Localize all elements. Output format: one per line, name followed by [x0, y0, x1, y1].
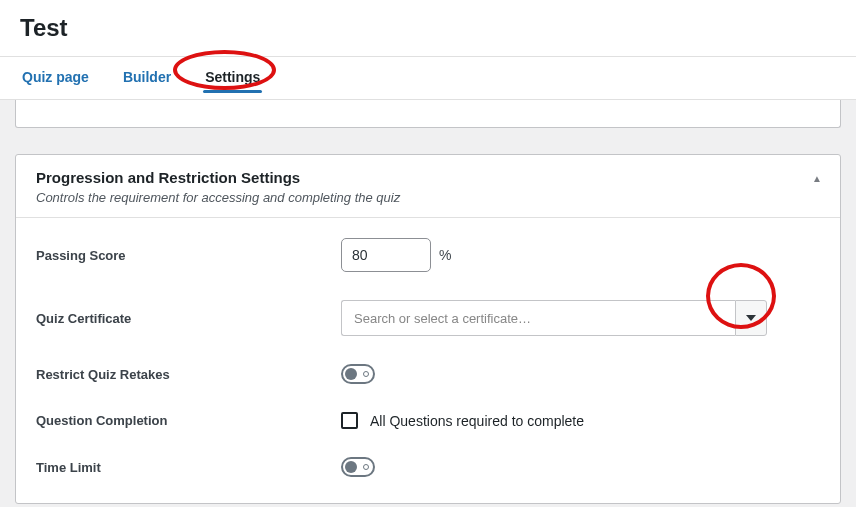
percent-sign: % [439, 247, 451, 263]
question-completion-checkbox-wrap: All Questions required to complete [341, 412, 584, 429]
field-time-limit: Time Limit [36, 457, 820, 477]
time-limit-toggle[interactable] [341, 457, 375, 477]
question-completion-checkbox-label: All Questions required to complete [370, 413, 584, 429]
passing-score-input[interactable] [341, 238, 431, 272]
tab-builder[interactable]: Builder [121, 57, 173, 99]
toggle-knob [345, 368, 357, 380]
tab-quiz-page[interactable]: Quiz page [20, 57, 91, 99]
certificate-dropdown-button[interactable] [735, 300, 767, 336]
toggle-knob [345, 461, 357, 473]
passing-score-label: Passing Score [36, 248, 341, 263]
certificate-label: Quiz Certificate [36, 311, 341, 326]
question-completion-label: Question Completion [36, 413, 341, 428]
field-passing-score: Passing Score % [36, 238, 820, 272]
panel-body: Passing Score % Quiz Certificate Search … [16, 218, 840, 503]
panel-header[interactable]: Progression and Restriction Settings Con… [16, 155, 840, 218]
restrict-retakes-label: Restrict Quiz Retakes [36, 367, 341, 382]
progression-panel: Progression and Restriction Settings Con… [15, 154, 841, 504]
toggle-dot [363, 371, 369, 377]
panel-fragment-above [15, 100, 841, 128]
question-completion-checkbox[interactable] [341, 412, 358, 429]
panel-title: Progression and Restriction Settings [36, 169, 820, 186]
restrict-retakes-toggle[interactable] [341, 364, 375, 384]
panel-subtitle: Controls the requirement for accessing a… [36, 190, 820, 205]
field-restrict-retakes: Restrict Quiz Retakes [36, 364, 820, 384]
time-limit-label: Time Limit [36, 460, 341, 475]
content: Progression and Restriction Settings Con… [0, 100, 856, 504]
field-certificate: Quiz Certificate Search or select a cert… [36, 300, 820, 336]
page-title: Test [20, 14, 836, 42]
toggle-dot [363, 464, 369, 470]
field-question-completion: Question Completion All Questions requir… [36, 412, 820, 429]
tab-settings[interactable]: Settings [203, 57, 262, 99]
chevron-down-icon [746, 315, 756, 321]
tabs-bar: Quiz page Builder Settings [0, 57, 856, 100]
collapse-icon[interactable]: ▲ [812, 173, 822, 184]
certificate-select: Search or select a certificate… [341, 300, 767, 336]
certificate-search-input[interactable]: Search or select a certificate… [341, 300, 735, 336]
page-header: Test [0, 0, 856, 57]
